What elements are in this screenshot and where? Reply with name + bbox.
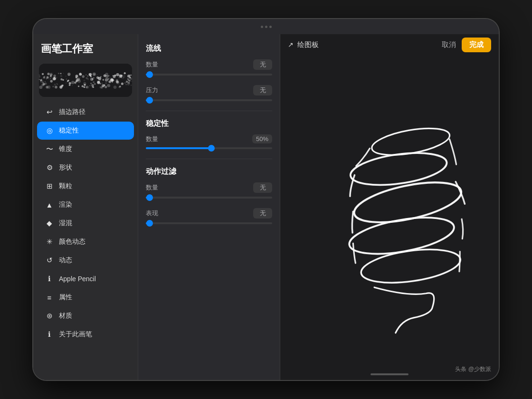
sidebar: 画笔工作室 ↩ 描边路径 ◎ 稳定性 〜 锥度 ⚙ 形状 ⊞ 颗粒 ▲ 渲染 ◆ — [33, 34, 138, 380]
svg-point-3 — [347, 211, 457, 260]
brush-preview — [39, 64, 132, 97]
control-label-2-1: 表现 — [146, 209, 158, 218]
slider-2-0[interactable] — [146, 197, 272, 199]
canvas-title-text: 绘图板 — [297, 40, 319, 49]
brush-preview-canvas — [39, 64, 132, 97]
nav-icon-properties: ≡ — [45, 293, 54, 302]
control-label-2-0: 数量 — [146, 183, 158, 192]
canvas-header: ↗ 绘图板 取消 完成 — [280, 34, 499, 55]
bottom-indicator — [370, 373, 408, 375]
nav-label-material: 材质 — [59, 312, 72, 320]
top-dot-3 — [269, 26, 272, 28]
nav-icon-stroke-path: ↩ — [45, 107, 54, 117]
control-row-1-0: 数量 50% — [146, 134, 272, 143]
nav-icon-color-dynamics: ✳ — [45, 237, 54, 247]
control-group-2-1: 表现 无 — [146, 208, 272, 224]
sidebar-item-taper[interactable]: 〜 锥度 — [37, 140, 134, 158]
top-dot-1 — [261, 26, 263, 28]
top-dots — [261, 26, 272, 28]
control-value-0-1: 无 — [253, 85, 272, 95]
slider-fill-1-0 — [146, 147, 211, 149]
control-label-0-1: 压力 — [146, 86, 158, 95]
drawing-area: ↗ 绘图板 取消 完成 — [280, 34, 499, 380]
sidebar-item-properties[interactable]: ≡ 属性 — [37, 288, 134, 306]
nav-label-grain: 颗粒 — [59, 182, 72, 190]
divider-1 — [146, 159, 272, 159]
slider-2-1[interactable] — [146, 222, 272, 224]
slider-1-0[interactable] — [146, 147, 272, 149]
nav-icon-apple-pencil: ℹ — [45, 274, 54, 284]
slider-0-0[interactable] — [146, 74, 272, 76]
nav-icon-stability: ◎ — [45, 126, 54, 135]
device-frame: 画笔工作室 ↩ 描边路径 ◎ 稳定性 〜 锥度 ⚙ 形状 ⊞ 颗粒 ▲ 渲染 ◆ — [33, 19, 499, 380]
cancel-button[interactable]: 取消 — [442, 40, 456, 49]
nav-icon-dynamics: ↺ — [45, 256, 54, 265]
control-group-0-1: 压力 无 — [146, 85, 272, 101]
divider-0 — [146, 111, 272, 111]
control-label-0-0: 数量 — [146, 60, 158, 69]
sidebar-item-material[interactable]: ⊛ 材质 — [37, 307, 134, 325]
nav-icon-rendering: ▲ — [45, 200, 54, 209]
control-row-0-0: 数量 无 — [146, 59, 272, 70]
nav-label-apple-pencil: Apple Pencil — [59, 275, 96, 283]
section-title-2: 动作过滤 — [146, 167, 272, 177]
sidebar-item-wetness[interactable]: ◆ 湿混 — [37, 214, 134, 232]
control-row-0-1: 压力 无 — [146, 85, 272, 95]
nav-label-about: 关于此画笔 — [59, 330, 92, 339]
header-actions: 取消 完成 — [442, 38, 491, 52]
nav-icon-taper: 〜 — [45, 144, 54, 154]
slider-thumb-1-0[interactable] — [208, 145, 215, 152]
control-group-2-0: 数量 无 — [146, 182, 272, 199]
svg-point-1 — [349, 148, 449, 190]
sidebar-title: 画笔工作室 — [33, 34, 138, 60]
nav-icon-wetness: ◆ — [45, 218, 54, 228]
top-dot-2 — [265, 26, 267, 28]
nav-icon-material: ⊛ — [45, 311, 54, 321]
done-button[interactable]: 完成 — [462, 38, 491, 52]
control-row-2-1: 表现 无 — [146, 208, 272, 218]
nav-label-taper: 锥度 — [59, 145, 72, 153]
sidebar-item-color-dynamics[interactable]: ✳ 颜色动态 — [37, 233, 134, 251]
sidebar-item-dynamics[interactable]: ↺ 动态 — [37, 251, 134, 269]
slider-thumb-2-0[interactable] — [146, 194, 153, 201]
slider-thumb-2-1[interactable] — [146, 220, 153, 227]
sidebar-item-rendering[interactable]: ▲ 渲染 — [37, 196, 134, 214]
nav-label-dynamics: 动态 — [59, 256, 72, 265]
sidebar-item-stability[interactable]: ◎ 稳定性 — [37, 122, 134, 140]
sidebar-nav: ↩ 描边路径 ◎ 稳定性 〜 锥度 ⚙ 形状 ⊞ 颗粒 ▲ 渲染 ◆ 湿混 ✳ … — [33, 101, 138, 380]
nav-label-wetness: 湿混 — [59, 219, 72, 228]
control-value-1-0: 50% — [252, 134, 272, 143]
slider-thumb-0-0[interactable] — [146, 71, 153, 78]
sidebar-item-apple-pencil[interactable]: ℹ Apple Pencil — [37, 270, 134, 288]
nav-label-color-dynamics: 颜色动态 — [59, 238, 86, 246]
watermark: 头条 @少数派 — [455, 365, 491, 373]
sidebar-item-about[interactable]: ℹ 关于此画笔 — [37, 325, 134, 343]
nav-label-stability: 稳定性 — [59, 126, 79, 135]
control-value-0-0: 无 — [253, 59, 272, 70]
slider-thumb-0-1[interactable] — [146, 97, 153, 104]
nav-label-stroke-path: 描边路径 — [59, 108, 86, 116]
sidebar-item-grain[interactable]: ⊞ 颗粒 — [37, 177, 134, 195]
section-title-0: 流线 — [146, 44, 272, 54]
canvas-title-icon: ↗ — [288, 41, 294, 48]
svg-point-4 — [359, 244, 463, 288]
top-bar — [33, 19, 499, 34]
sidebar-item-stroke-path[interactable]: ↩ 描边路径 — [37, 103, 134, 121]
middle-panel: 流线 数量 无 压力 无 稳定性 数量 50% 动作过滤 数量 无 — [138, 34, 280, 380]
svg-point-0 — [370, 124, 452, 160]
control-group-1-0: 数量 50% — [146, 134, 272, 149]
nav-label-properties: 属性 — [59, 293, 72, 302]
canvas-body[interactable] — [280, 55, 499, 380]
app-container: 画笔工作室 ↩ 描边路径 ◎ 稳定性 〜 锥度 ⚙ 形状 ⊞ 颗粒 ▲ 渲染 ◆ — [33, 34, 499, 380]
stroke-drawing — [280, 55, 499, 380]
nav-icon-shape: ⚙ — [45, 163, 54, 172]
nav-icon-grain: ⊞ — [45, 181, 54, 191]
control-label-1-0: 数量 — [146, 135, 158, 143]
canvas-title-group: ↗ 绘图板 — [288, 40, 319, 49]
nav-icon-about: ℹ — [45, 330, 54, 339]
slider-0-1[interactable] — [146, 99, 272, 101]
sidebar-item-shape[interactable]: ⚙ 形状 — [37, 159, 134, 177]
nav-label-shape: 形状 — [59, 163, 72, 172]
control-group-0-0: 数量 无 — [146, 59, 272, 76]
control-value-2-0: 无 — [253, 182, 272, 193]
